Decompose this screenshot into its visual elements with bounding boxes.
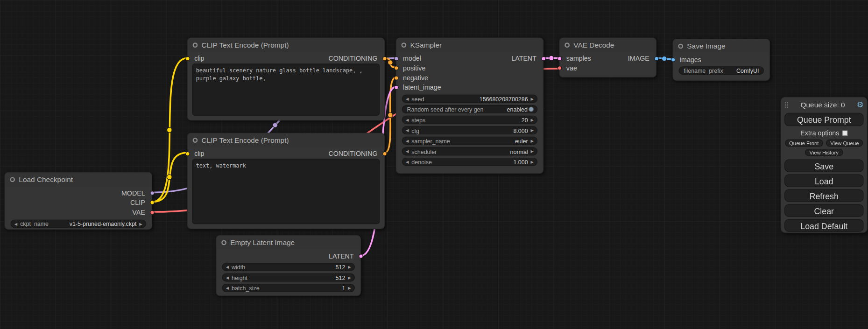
toggle-icon[interactable] xyxy=(529,107,534,112)
latent-output-port[interactable] xyxy=(359,254,363,258)
node-clip-text-encode-negative[interactable]: CLIP Text Encode (Prompt) clip CONDITION… xyxy=(187,133,385,229)
settings-gear-icon[interactable]: ⚙ xyxy=(857,101,864,109)
port-label: latent_image xyxy=(403,84,441,91)
collapse-dot-icon[interactable] xyxy=(10,177,15,182)
node-title-bar[interactable]: Empty Latent Image xyxy=(217,236,360,249)
save-button[interactable]: Save xyxy=(784,159,864,172)
widget-width[interactable]: ◀ width 512 ▶ xyxy=(222,263,355,271)
increment-arrow-icon[interactable]: ▶ xyxy=(531,118,534,122)
clip-output-port[interactable] xyxy=(150,200,154,204)
widget-cfg[interactable]: ◀ cfg 8.000 ▶ xyxy=(402,126,537,134)
view-queue-button[interactable]: View Queue xyxy=(826,140,863,147)
increment-arrow-icon[interactable]: ▶ xyxy=(531,160,534,164)
collapse-dot-icon[interactable] xyxy=(402,42,407,48)
node-title-bar[interactable]: CLIP Text Encode (Prompt) xyxy=(188,38,384,51)
increment-arrow-icon[interactable]: ▶ xyxy=(531,97,534,100)
widget-steps[interactable]: ◀ steps 20 ▶ xyxy=(402,116,537,124)
widget-value: enabled xyxy=(507,106,528,112)
widget-value: 512 xyxy=(336,274,346,280)
node-clip-text-encode-positive[interactable]: CLIP Text Encode (Prompt) clip CONDITION… xyxy=(187,38,385,121)
load-default-button[interactable]: Load Default xyxy=(784,219,864,231)
conditioning-output-port[interactable] xyxy=(382,56,387,61)
extra-options-checkbox[interactable] xyxy=(843,131,848,136)
increment-arrow-icon[interactable]: ▶ xyxy=(531,139,534,143)
widget-label: ckpt_name xyxy=(20,220,49,227)
increment-arrow-icon[interactable]: ▶ xyxy=(348,275,351,279)
widget-label: height xyxy=(232,274,247,280)
widget-seed[interactable]: ◀ seed 156680208700286 ▶ xyxy=(402,95,537,103)
clip-input-port[interactable] xyxy=(185,152,190,156)
node-title-bar[interactable]: Load Checkpoint xyxy=(5,173,152,186)
decrement-arrow-icon[interactable]: ◀ xyxy=(406,128,409,132)
samples-input-port[interactable] xyxy=(557,56,561,60)
decrement-arrow-icon[interactable]: ◀ xyxy=(406,118,409,122)
node-save-image[interactable]: Save Image images filename_prefix ComfyU… xyxy=(673,39,770,81)
node-title-bar[interactable]: KSampler xyxy=(396,38,543,51)
refresh-button[interactable]: Refresh xyxy=(784,189,864,202)
widget-batch-size[interactable]: ◀ batch_size 1 ▶ xyxy=(222,284,355,292)
conditioning-output-port[interactable] xyxy=(382,152,387,156)
node-empty-latent-image[interactable]: Empty Latent Image LATENT ◀ width 512 ▶ … xyxy=(216,235,361,296)
positive-input-port[interactable] xyxy=(394,66,398,70)
queue-prompt-button[interactable]: Queue Prompt xyxy=(784,113,864,126)
node-vae-decode[interactable]: VAE Decode samples IMAGE vae xyxy=(559,38,656,77)
widget-label: batch_size xyxy=(232,285,260,291)
drag-handle-icon[interactable]: ⣿ xyxy=(784,102,789,108)
widget-scheduler[interactable]: ◀ scheduler normal ▶ xyxy=(402,147,537,155)
prompt-textarea[interactable]: beautiful scenery nature glass bottle la… xyxy=(192,63,380,115)
increment-arrow-icon[interactable]: ▶ xyxy=(531,128,534,132)
wire-midpoint-latent-out xyxy=(549,56,554,61)
model-output-port[interactable] xyxy=(150,191,154,195)
latent-output-port[interactable] xyxy=(541,56,545,61)
queue-front-button[interactable]: Queue Front xyxy=(785,140,823,147)
widget-sampler-name[interactable]: ◀ sampler_name euler ▶ xyxy=(402,137,537,145)
increment-arrow-icon[interactable]: ▶ xyxy=(348,265,351,269)
latent-image-input-port[interactable] xyxy=(394,85,398,90)
negative-input-port[interactable] xyxy=(394,76,398,80)
decrement-arrow-icon[interactable]: ◀ xyxy=(406,97,409,100)
collapse-dot-icon[interactable] xyxy=(193,42,198,48)
image-output-port[interactable] xyxy=(654,56,658,60)
node-title-bar[interactable]: CLIP Text Encode (Prompt) xyxy=(188,133,384,147)
port-label: LATENT xyxy=(329,252,354,260)
widget-height[interactable]: ◀ height 512 ▶ xyxy=(222,273,355,282)
collapse-dot-icon[interactable] xyxy=(565,42,570,48)
increment-arrow-icon[interactable]: ▶ xyxy=(139,222,142,225)
decrement-arrow-icon[interactable]: ◀ xyxy=(226,275,229,279)
clear-button[interactable]: Clear xyxy=(784,204,864,217)
increment-arrow-icon[interactable]: ▶ xyxy=(531,149,534,153)
collapse-dot-icon[interactable] xyxy=(678,43,683,49)
increment-arrow-icon[interactable]: ▶ xyxy=(348,286,351,290)
node-load-checkpoint[interactable]: Load Checkpoint MODEL CLIP VAE ◀ ckpt_na… xyxy=(4,172,152,230)
collapse-dot-icon[interactable] xyxy=(193,138,198,143)
port-label: CONDITIONING xyxy=(328,55,377,63)
decrement-arrow-icon[interactable]: ◀ xyxy=(226,286,229,290)
vae-input-port[interactable] xyxy=(557,65,561,70)
widget-denoise[interactable]: ◀ denoise 1.000 ▶ xyxy=(402,158,537,166)
node-title-bar[interactable]: Save Image xyxy=(673,39,769,52)
widget-filename-prefix[interactable]: filename_prefix ComfyUI xyxy=(679,66,764,75)
view-history-button[interactable]: View History xyxy=(805,149,843,156)
decrement-arrow-icon[interactable]: ◀ xyxy=(14,222,17,225)
model-input-port[interactable] xyxy=(394,56,398,61)
port-label: clip xyxy=(194,150,204,158)
widget-random-seed-toggle[interactable]: Random seed after every gen enabled xyxy=(402,105,537,113)
load-button[interactable]: Load xyxy=(784,174,864,187)
images-input-port[interactable] xyxy=(670,57,675,62)
node-ksampler[interactable]: KSampler model LATENT positive negative … xyxy=(396,38,544,174)
node-title: Empty Latent Image xyxy=(230,238,295,246)
decrement-arrow-icon[interactable]: ◀ xyxy=(406,149,409,153)
widget-ckpt-name[interactable]: ◀ ckpt_name v1-5-pruned-emaonly.ckpt ▶ xyxy=(11,219,146,228)
comfy-menu-panel[interactable]: ⣿ Queue size: 0 ⚙ Queue Prompt Extra opt… xyxy=(781,97,868,233)
vae-output-port[interactable] xyxy=(150,210,154,214)
node-title-bar[interactable]: VAE Decode xyxy=(560,38,656,51)
collapse-dot-icon[interactable] xyxy=(221,240,226,245)
decrement-arrow-icon[interactable]: ◀ xyxy=(406,160,409,164)
clip-input-port[interactable] xyxy=(185,56,190,61)
decrement-arrow-icon[interactable]: ◀ xyxy=(226,265,229,269)
prompt-textarea[interactable]: text, watermark xyxy=(192,159,380,224)
widget-label: width xyxy=(232,264,245,270)
decrement-arrow-icon[interactable]: ◀ xyxy=(406,139,409,143)
widget-value: 20 xyxy=(522,117,528,123)
node-graph-canvas[interactable]: Load Checkpoint MODEL CLIP VAE ◀ ckpt_na… xyxy=(0,0,868,329)
